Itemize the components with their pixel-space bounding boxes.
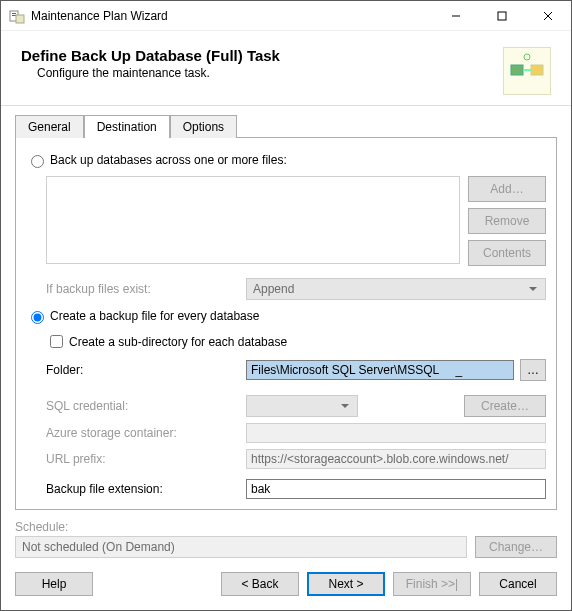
change-schedule-button: Change…	[475, 536, 557, 558]
schedule-input	[15, 536, 467, 558]
svg-point-11	[524, 54, 530, 60]
azure-container-label: Azure storage container:	[46, 426, 246, 440]
radio-per-database-label: Create a backup file for every database	[50, 309, 259, 323]
browse-folder-button[interactable]: …	[520, 359, 546, 381]
schedule-label: Schedule:	[15, 520, 557, 534]
azure-container-input	[246, 423, 546, 443]
url-prefix-input	[246, 449, 546, 469]
schedule-section: Schedule: Change…	[15, 520, 557, 558]
cancel-button[interactable]: Cancel	[479, 572, 557, 596]
help-button[interactable]: Help	[15, 572, 93, 596]
wizard-header: Define Back Up Database (Full) Task Conf…	[1, 31, 571, 106]
app-icon	[9, 8, 25, 24]
radio-across-files[interactable]	[31, 155, 44, 168]
if-exist-select: Append	[246, 278, 546, 300]
titlebar: Maintenance Plan Wizard	[1, 1, 571, 31]
minimize-button[interactable]	[433, 1, 479, 31]
svg-rect-2	[12, 15, 16, 16]
svg-rect-3	[16, 15, 24, 23]
folder-input[interactable]	[246, 360, 514, 380]
create-credential-button: Create…	[464, 395, 546, 417]
if-exist-value: Append	[253, 282, 294, 296]
tab-destination[interactable]: Destination	[84, 115, 170, 138]
close-button[interactable]	[525, 1, 571, 31]
svg-rect-9	[531, 65, 543, 75]
sql-credential-select	[246, 395, 358, 417]
checkbox-subdirectory[interactable]	[50, 335, 63, 348]
next-button[interactable]: Next >	[307, 572, 385, 596]
radio-across-files-label: Back up databases across one or more fil…	[50, 153, 287, 167]
tab-options[interactable]: Options	[170, 115, 237, 138]
page-title: Define Back Up Database (Full) Task	[21, 47, 503, 64]
svg-rect-1	[12, 13, 16, 14]
add-button: Add…	[468, 176, 546, 202]
maximize-button[interactable]	[479, 1, 525, 31]
wizard-window: Maintenance Plan Wizard Define Back Up D…	[0, 0, 572, 611]
svg-rect-8	[511, 65, 523, 75]
file-list[interactable]	[46, 176, 460, 264]
backup-extension-input[interactable]	[246, 479, 546, 499]
remove-button: Remove	[468, 208, 546, 234]
back-button[interactable]: < Back	[221, 572, 299, 596]
tab-page-destination: Back up databases across one or more fil…	[15, 137, 557, 510]
finish-button: Finish >>|	[393, 572, 471, 596]
wizard-footer: Help < Back Next > Finish >>| Cancel	[1, 558, 571, 610]
sql-credential-label: SQL credential:	[46, 399, 246, 413]
backup-extension-label: Backup file extension:	[46, 482, 246, 496]
url-prefix-label: URL prefix:	[46, 452, 246, 466]
radio-per-database[interactable]	[31, 311, 44, 324]
svg-rect-5	[498, 12, 506, 20]
wizard-icon	[503, 47, 551, 95]
window-title: Maintenance Plan Wizard	[31, 9, 433, 23]
folder-label: Folder:	[46, 363, 246, 377]
window-controls	[433, 1, 571, 31]
ellipsis-icon: …	[527, 363, 539, 377]
checkbox-subdirectory-label: Create a sub-directory for each database	[69, 335, 287, 349]
if-exist-label: If backup files exist:	[46, 282, 246, 296]
contents-button: Contents	[468, 240, 546, 266]
tab-strip: General Destination Options	[15, 114, 571, 137]
tab-general[interactable]: General	[15, 115, 84, 138]
page-subtitle: Configure the maintenance task.	[37, 66, 503, 80]
